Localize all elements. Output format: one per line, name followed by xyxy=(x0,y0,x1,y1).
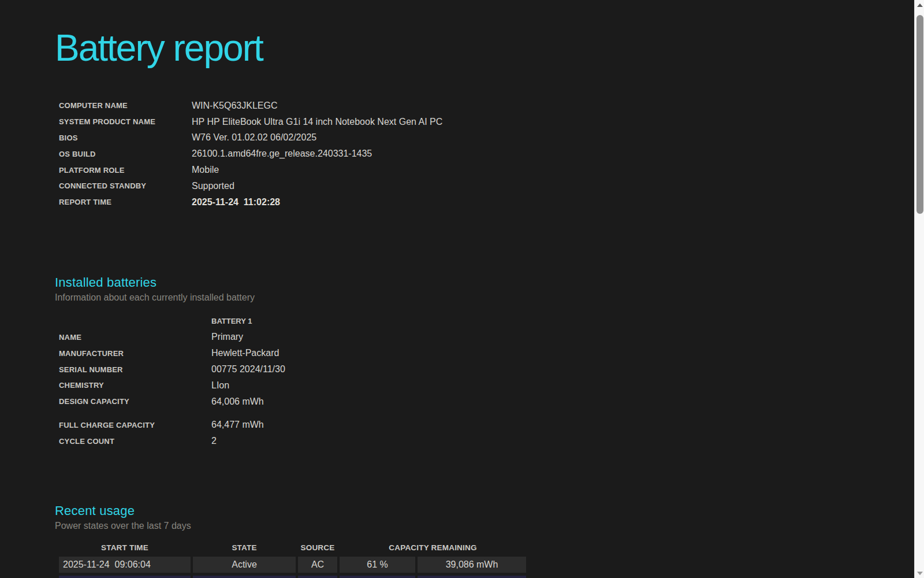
column-header-source: SOURCE xyxy=(298,541,337,554)
scroll-up-arrow-icon xyxy=(917,3,923,7)
battery-label: SERIAL NUMBER xyxy=(59,361,211,377)
info-label: CONNECTED STANDBY xyxy=(59,178,192,194)
info-value: Mobile xyxy=(192,162,442,178)
info-value: WIN-K5Q63JKLEGC xyxy=(192,98,442,114)
installed-batteries-heading: Installed batteries xyxy=(55,274,914,291)
battery-label: MANUFACTURER xyxy=(59,345,211,361)
battery-report-page: Battery report COMPUTER NAME WIN-K5Q63JK… xyxy=(0,0,914,578)
recent-usage-heading: Recent usage xyxy=(55,502,914,520)
scrollbar-thumb[interactable] xyxy=(916,15,923,214)
table-row: OS BUILD 26100.1.amd64fre.ge_release.240… xyxy=(59,146,442,162)
report-time-value: 2025-11-24 11:02:28 xyxy=(192,194,442,210)
info-label: COMPUTER NAME xyxy=(59,98,192,114)
table-row: SYSTEM PRODUCT NAME HP HP EliteBook Ultr… xyxy=(59,114,442,130)
battery-label: NAME xyxy=(59,329,211,346)
battery-label: CYCLE COUNT xyxy=(59,433,211,449)
usage-state: Active xyxy=(193,557,296,573)
info-label: BIOS xyxy=(59,130,192,146)
column-header-capacity-remaining: CAPACITY REMAINING xyxy=(340,541,526,554)
table-row: BATTERY 1 xyxy=(59,313,285,329)
vertical-scrollbar[interactable] xyxy=(914,0,924,578)
recent-usage-subtitle: Power states over the last 7 days xyxy=(55,520,914,532)
column-header-start-time: START TIME xyxy=(59,541,191,554)
table-row: COMPUTER NAME WIN-K5Q63JKLEGC xyxy=(59,98,442,114)
usage-mwh: 39,086 mWh xyxy=(418,557,526,573)
usage-header-row: START TIME STATE SOURCE CAPACITY REMAINI… xyxy=(59,541,526,554)
battery-label: FULL CHARGE CAPACITY xyxy=(59,417,211,433)
battery-capacity-table: FULL CHARGE CAPACITY 64,477 mWh CYCLE CO… xyxy=(59,417,264,450)
table-row: DESIGN CAPACITY 64,006 mWh xyxy=(59,394,285,410)
scroll-up-button[interactable] xyxy=(915,0,924,10)
scroll-down-button[interactable] xyxy=(915,568,924,578)
usage-start-time: 2025-11-24 09:06:04 xyxy=(59,557,191,573)
battery-value: Primary xyxy=(211,329,285,346)
page-title: Battery report xyxy=(55,28,914,68)
battery-value: 64,006 mWh xyxy=(211,394,285,410)
info-value: Supported xyxy=(192,178,442,194)
usage-percent: 61 % xyxy=(340,557,415,573)
battery-value: LIon xyxy=(211,377,285,394)
column-header-state: STATE xyxy=(193,541,296,554)
table-row: CYCLE COUNT 2 xyxy=(59,433,264,449)
table-row: PLATFORM ROLE Mobile xyxy=(59,162,442,178)
info-label: SYSTEM PRODUCT NAME xyxy=(59,114,192,130)
table-row: REPORT TIME 2025-11-24 11:02:28 xyxy=(59,194,442,210)
recent-usage-table: START TIME STATE SOURCE CAPACITY REMAINI… xyxy=(57,538,528,578)
table-row: CONNECTED STANDBY Supported xyxy=(59,178,442,194)
info-label: PLATFORM ROLE xyxy=(59,162,192,178)
battery-column-header: BATTERY 1 xyxy=(211,313,285,329)
table-row: CHEMISTRY LIon xyxy=(59,377,285,394)
table-row: SERIAL NUMBER 00775 2024/11/30 xyxy=(59,361,285,377)
battery-value: 00775 2024/11/30 xyxy=(211,361,285,377)
battery-label: CHEMISTRY xyxy=(59,377,211,394)
battery-value: Hewlett-Packard xyxy=(211,345,285,361)
usage-row: 2025-11-24 09:06:04 Active AC 61 % 39,08… xyxy=(59,557,526,573)
table-row: BIOS W76 Ver. 01.02.02 06/02/2025 xyxy=(59,130,442,146)
scroll-down-arrow-icon xyxy=(917,572,923,575)
system-info-table: COMPUTER NAME WIN-K5Q63JKLEGC SYSTEM PRO… xyxy=(59,98,442,210)
usage-row-partial xyxy=(59,576,526,578)
usage-source: AC xyxy=(298,557,337,573)
info-label: OS BUILD xyxy=(59,146,192,162)
battery-value: 64,477 mWh xyxy=(211,417,264,433)
table-row: NAME Primary xyxy=(59,329,285,346)
info-value: HP HP EliteBook Ultra G1i 14 inch Notebo… xyxy=(192,114,442,130)
table-row: MANUFACTURER Hewlett-Packard xyxy=(59,345,285,361)
battery-value: 2 xyxy=(211,433,264,449)
battery-label: DESIGN CAPACITY xyxy=(59,394,211,410)
info-value: W76 Ver. 01.02.02 06/02/2025 xyxy=(192,130,442,146)
info-value: 26100.1.amd64fre.ge_release.240331-1435 xyxy=(192,146,442,162)
installed-batteries-table: BATTERY 1 NAME Primary MANUFACTURER Hewl… xyxy=(59,313,285,410)
table-row: FULL CHARGE CAPACITY 64,477 mWh xyxy=(59,417,264,433)
info-label: REPORT TIME xyxy=(59,194,192,210)
installed-batteries-subtitle: Information about each currently install… xyxy=(55,291,914,304)
